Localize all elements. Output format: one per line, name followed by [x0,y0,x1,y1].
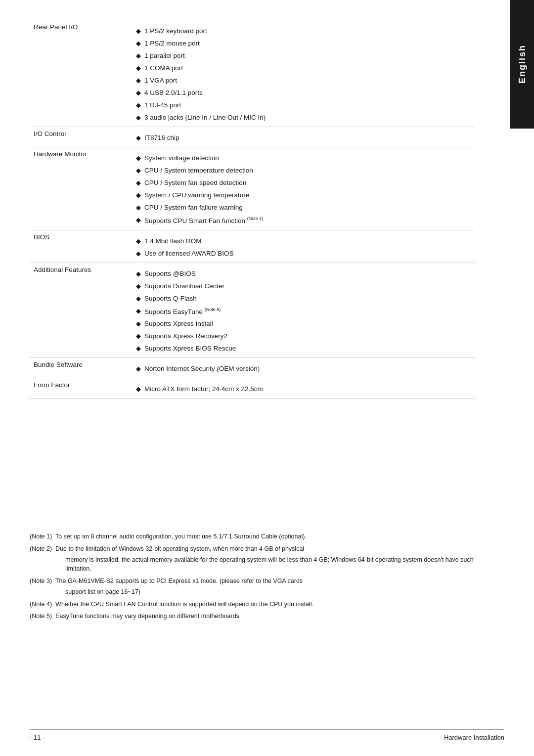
bullet-icon: ◆ [133,64,144,72]
bullet-icon: ◆ [133,89,144,96]
table-row: Hardware Monitor ◆ System voltage detect… [30,147,475,230]
list-item: ◆ Supports Xpress Install [133,317,471,330]
list-item: ◆ 1 4 Mbit flash ROM [133,233,471,247]
bullet-icon: ◆ [133,237,144,245]
value-text: Supports EasyTune (Note 5) [144,307,221,315]
bullet-icon: ◆ [133,204,144,211]
value-text: 4 USB 2.0/1.1 ports [144,89,203,96]
bullet-icon: ◆ [133,282,144,290]
bullet-icon: ◆ [133,101,144,109]
list-item: ◆ Supports EasyTune (Note 5) [133,305,471,318]
list-item: ◆ CPU / System fan speed detection [133,177,471,189]
value-text: System voltage detection [144,154,219,162]
spec-label-additional-features: Additional Features [30,263,129,358]
value-text: Supports Xpress Install [144,320,213,327]
specs-table: Rear Panel I/O ◆ 1 PS/2 keyboard port ◆ … [30,20,475,399]
bullet-icon: ◆ [133,52,144,59]
note-2-continuation: memory is installed, the actual memory a… [30,555,475,574]
main-content: Rear Panel I/O ◆ 1 PS/2 keyboard port ◆ … [30,20,475,621]
list-item: ◆ 1 parallel port [133,49,471,62]
note-2: (Note 2) Due to the limitation of Window… [30,544,475,554]
list-item: ◆ Supports @BIOS [133,266,471,280]
note-3-continuation: support list on page 16~17) [30,587,475,597]
spec-values-hardware-monitor: ◆ System voltage detection ◆ CPU / Syste… [129,147,475,230]
table-row: BIOS ◆ 1 4 Mbit flash ROM ◆ Use of licen… [30,230,475,263]
value-text: CPU / System temperature detection [144,167,253,174]
note-superscript: (Note 4) [247,216,264,221]
bullet-icon: ◆ [133,40,144,47]
bullet-icon: ◆ [133,345,144,352]
value-text: CPU / System fan speed detection [144,179,246,186]
list-item: ◆ 1 PS/2 keyboard port [133,23,471,37]
note-4: (Note 4) Whether the CPU Smart FAN Contr… [30,600,475,609]
bullet-icon: ◆ [133,216,144,223]
value-text: CPU / System fan failure warning [144,204,243,211]
bullet-icon: ◆ [133,134,144,141]
value-text: Norton Internet Security (OEM version) [144,365,260,372]
spec-values-io-control: ◆ IT8716 chip [129,127,475,147]
note-1: (Note 1) To set up an 8 channel audio co… [30,532,475,541]
footer-section-label: Hardware Installation [444,734,504,741]
footer-page-number: - 11 - [30,734,44,741]
language-tab: English [510,0,534,129]
value-text: 1 PS/2 keyboard port [144,27,207,35]
spec-values-rear-panel: ◆ 1 PS/2 keyboard port ◆ 1 PS/2 mouse po… [129,20,475,127]
page-container: English Rear Panel I/O ◆ 1 PS/2 keyboard… [0,0,534,756]
note-prefix: (Note 3) [30,578,52,584]
note-prefix: (Note 1) [30,533,52,540]
spec-label-bios: BIOS [30,230,129,263]
table-row: Form Factor ◆ Micro ATX form factor; 24.… [30,378,475,399]
spec-label-form-factor: Form Factor [30,378,129,399]
notes-section: (Note 1) To set up an 8 channel audio co… [30,527,475,621]
bullet-icon: ◆ [133,365,144,372]
note-5: (Note 5) EasyTune functions may vary dep… [30,612,475,621]
bullet-icon: ◆ [133,179,144,186]
bullet-icon: ◆ [133,307,144,314]
language-tab-text: English [517,44,528,84]
note-prefix: (Note 2) [30,545,52,552]
bullet-icon: ◆ [133,332,144,340]
value-text: 3 audio jacks (Line In / Line Out / MIC … [144,114,266,121]
spec-values-bundle-software: ◆ Norton Internet Security (OEM version) [129,358,475,378]
note-superscript: (Note 5) [205,307,221,312]
list-item: ◆ Supports CPU Smart Fan function (Note … [133,214,471,227]
list-item: ◆ 1 COMA port [133,62,471,74]
value-text: Supports Download Center [144,282,224,290]
spec-values-bios: ◆ 1 4 Mbit flash ROM ◆ Use of licensed A… [129,230,475,263]
value-text: 1 parallel port [144,52,185,59]
list-item: ◆ 1 RJ-45 port [133,99,471,111]
value-text: 1 RJ-45 port [144,101,181,109]
value-text: Micro ATX form factor; 24.4cm x 22.5cm [144,385,263,393]
list-item: ◆ System / CPU warning temperature [133,189,471,201]
list-item: ◆ CPU / System fan failure warning [133,201,471,214]
value-text: Supports CPU Smart Fan function (Note 4) [144,216,263,224]
value-text: Supports Xpress Recovery2 [144,332,227,340]
bullet-icon: ◆ [133,154,144,162]
spec-label-rear-panel: Rear Panel I/O [30,20,129,127]
spec-label-io-control: I/O Control [30,127,129,147]
bullet-icon: ◆ [133,77,144,84]
value-text: 1 COMA port [144,64,183,72]
bullet-icon: ◆ [133,191,144,199]
list-item: ◆ Supports Xpress Recovery2 [133,330,471,342]
bullet-icon: ◆ [133,27,144,35]
table-row: Bundle Software ◆ Norton Internet Securi… [30,358,475,378]
list-item: ◆ Micro ATX form factor; 24.4cm x 22.5cm [133,381,471,395]
spec-values-additional-features: ◆ Supports @BIOS ◆ Supports Download Cen… [129,263,475,358]
list-item: ◆ 1 VGA port [133,74,471,87]
list-item: ◆ Use of licensed AWARD BIOS [133,247,471,260]
value-text: 1 4 Mbit flash ROM [144,237,202,245]
value-text: System / CPU warning temperature [144,191,249,199]
bullet-icon: ◆ [133,270,144,277]
note-prefix: (Note 4) [30,601,52,608]
bullet-icon: ◆ [133,114,144,121]
spec-values-form-factor: ◆ Micro ATX form factor; 24.4cm x 22.5cm [129,378,475,399]
bullet-icon: ◆ [133,295,144,302]
value-text: Supports Q-Flash [144,295,197,302]
list-item: ◆ 3 audio jacks (Line In / Line Out / MI… [133,111,471,124]
bullet-icon: ◆ [133,167,144,174]
spec-label-hardware-monitor: Hardware Monitor [30,147,129,230]
list-item: ◆ Supports Xpress BIOS Rescue [133,342,471,355]
list-item: ◆ Norton Internet Security (OEM version) [133,361,471,375]
value-text: Supports Xpress BIOS Rescue [144,345,236,352]
